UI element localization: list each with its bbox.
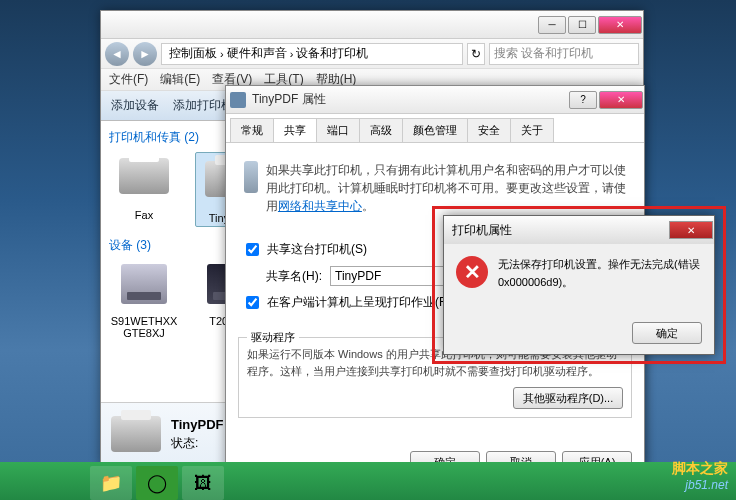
- detail-name: TinyPDF: [171, 417, 224, 432]
- minimize-button[interactable]: ─: [538, 16, 566, 34]
- error-body: ✕ 无法保存打印机设置。操作无法完成(错误 0x000006d9)。: [444, 244, 714, 303]
- cmd-add-device[interactable]: 添加设备: [111, 97, 159, 114]
- breadcrumb[interactable]: 控制面板› 硬件和声音› 设备和打印机: [161, 43, 463, 65]
- search-input[interactable]: 搜索 设备和打印机: [489, 43, 639, 65]
- info-box: 如果共享此打印机，只有拥有此计算机用户名和密码的用户才可以使用此打印机。计算机睡…: [238, 155, 632, 221]
- drivers-group-title: 驱动程序: [247, 330, 299, 345]
- render-checkbox[interactable]: [246, 296, 259, 309]
- maximize-button[interactable]: ☐: [568, 16, 596, 34]
- taskbar-icon[interactable]: 🖼: [182, 466, 224, 500]
- error-message: 无法保存打印机设置。操作无法完成(错误 0x000006d9)。: [498, 256, 702, 291]
- close-button[interactable]: ✕: [598, 16, 642, 34]
- refresh-button[interactable]: ↻: [467, 43, 485, 65]
- watermark: 脚本之家 jb51.net: [672, 460, 728, 492]
- printer-icon: [111, 416, 161, 452]
- close-button[interactable]: ✕: [599, 91, 643, 109]
- error-dialog: 打印机属性 ✕ ✕ 无法保存打印机设置。操作无法完成(错误 0x000006d9…: [443, 215, 715, 355]
- tab-security[interactable]: 安全: [467, 118, 511, 142]
- share-checkbox-label: 共享这台打印机(S): [267, 241, 367, 258]
- fax-icon: [119, 158, 169, 194]
- device-item[interactable]: S91WETHXXGTE8XJ: [109, 260, 179, 339]
- tab-sharing[interactable]: 共享: [273, 118, 317, 142]
- taskbar-icon[interactable]: 📁: [90, 466, 132, 500]
- forward-button[interactable]: ►: [133, 42, 157, 66]
- cmd-add-printer[interactable]: 添加打印机: [173, 97, 233, 114]
- back-button[interactable]: ◄: [105, 42, 129, 66]
- nav-bar: ◄ ► 控制面板› 硬件和声音› 设备和打印机 ↻ 搜索 设备和打印机: [101, 39, 643, 69]
- tab-advanced[interactable]: 高级: [359, 118, 403, 142]
- detail-status-label: 状态:: [171, 436, 198, 450]
- device-label: S91WETHXXGTE8XJ: [109, 315, 179, 339]
- taskbar: 📁 ◯ 🖼: [0, 462, 736, 500]
- crumb-item[interactable]: 控制面板: [166, 45, 220, 62]
- error-ok-button[interactable]: 确定: [632, 322, 702, 344]
- tab-general[interactable]: 常规: [230, 118, 274, 142]
- network-center-link[interactable]: 网络和共享中心: [278, 199, 362, 213]
- taskbar-icon[interactable]: ◯: [136, 466, 178, 500]
- additional-drivers-button[interactable]: 其他驱动程序(D)...: [513, 387, 623, 409]
- crumb-item[interactable]: 硬件和声音: [224, 45, 290, 62]
- close-button[interactable]: ✕: [669, 221, 713, 239]
- app-icon: [230, 92, 246, 108]
- share-checkbox[interactable]: [246, 243, 259, 256]
- sharename-label: 共享名(H):: [266, 268, 322, 285]
- error-icon: ✕: [456, 256, 488, 288]
- share-icon: [244, 161, 258, 193]
- menu-edit[interactable]: 编辑(E): [160, 71, 200, 88]
- menu-file[interactable]: 文件(F): [109, 71, 148, 88]
- device-label: Fax: [109, 209, 179, 221]
- props-titlebar: TinyPDF 属性 ? ✕: [226, 86, 644, 114]
- render-checkbox-label: 在客户端计算机上呈现打印作业(R): [267, 294, 452, 311]
- watermark-site: 脚本之家: [672, 460, 728, 476]
- watermark-url: jb51.net: [685, 478, 728, 492]
- device-item-fax[interactable]: Fax: [109, 152, 179, 227]
- crumb-item[interactable]: 设备和打印机: [293, 45, 371, 62]
- tab-ports[interactable]: 端口: [316, 118, 360, 142]
- tab-color[interactable]: 颜色管理: [402, 118, 468, 142]
- tab-about[interactable]: 关于: [510, 118, 554, 142]
- tabs: 常规 共享 端口 高级 颜色管理 安全 关于: [226, 114, 644, 143]
- explorer-titlebar: ─ ☐ ✕: [101, 11, 643, 39]
- error-titlebar: 打印机属性 ✕: [444, 216, 714, 244]
- error-title: 打印机属性: [452, 222, 668, 239]
- help-button[interactable]: ?: [569, 91, 597, 109]
- props-title: TinyPDF 属性: [252, 91, 568, 108]
- computer-icon: [121, 264, 167, 304]
